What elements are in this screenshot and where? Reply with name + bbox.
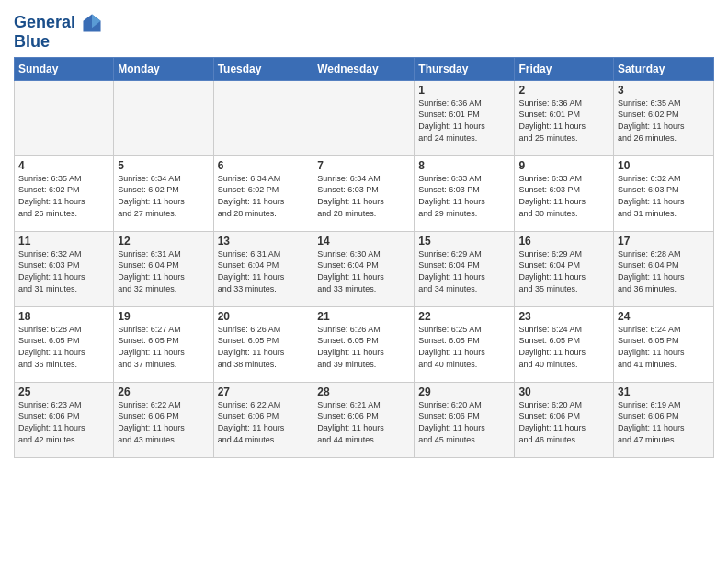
day-info: Sunrise: 6:31 AM Sunset: 6:04 PM Dayligh… (218, 248, 310, 294)
day-info: Sunrise: 6:30 AM Sunset: 6:04 PM Dayligh… (317, 248, 410, 294)
calendar-cell: 8Sunrise: 6:33 AM Sunset: 6:03 PM Daylig… (415, 155, 515, 231)
calendar-week-5: 25Sunrise: 6:23 AM Sunset: 6:06 PM Dayli… (15, 382, 714, 457)
day-number: 26 (118, 385, 209, 398)
calendar-cell: 2Sunrise: 6:36 AM Sunset: 6:01 PM Daylig… (515, 80, 614, 155)
day-info: Sunrise: 6:25 AM Sunset: 6:05 PM Dayligh… (418, 324, 510, 370)
calendar-week-4: 18Sunrise: 6:28 AM Sunset: 6:05 PM Dayli… (15, 306, 714, 382)
calendar-cell: 6Sunrise: 6:34 AM Sunset: 6:02 PM Daylig… (213, 155, 313, 231)
weekday-header-thursday: Thursday (415, 57, 515, 80)
day-info: Sunrise: 6:34 AM Sunset: 6:02 PM Dayligh… (118, 173, 209, 219)
day-number: 11 (18, 235, 109, 247)
day-number: 8 (418, 159, 510, 172)
day-number: 31 (618, 385, 710, 398)
calendar-cell: 11Sunrise: 6:32 AM Sunset: 6:03 PM Dayli… (15, 231, 114, 306)
weekday-header-monday: Monday (114, 57, 213, 80)
day-info: Sunrise: 6:20 AM Sunset: 6:06 PM Dayligh… (518, 399, 609, 445)
calendar-cell: 26Sunrise: 6:22 AM Sunset: 6:06 PM Dayli… (114, 382, 213, 457)
logo: General Blue (14, 13, 102, 52)
day-number: 28 (317, 385, 410, 398)
calendar-cell: 1Sunrise: 6:36 AM Sunset: 6:01 PM Daylig… (415, 80, 515, 155)
day-number: 9 (518, 159, 609, 172)
day-info: Sunrise: 6:35 AM Sunset: 6:02 PM Dayligh… (18, 173, 109, 219)
day-number: 18 (18, 310, 109, 323)
calendar-cell: 28Sunrise: 6:21 AM Sunset: 6:06 PM Dayli… (313, 382, 415, 457)
calendar-cell: 16Sunrise: 6:29 AM Sunset: 6:04 PM Dayli… (515, 231, 614, 306)
calendar-cell: 25Sunrise: 6:23 AM Sunset: 6:06 PM Dayli… (15, 382, 114, 457)
calendar-cell: 31Sunrise: 6:19 AM Sunset: 6:06 PM Dayli… (614, 382, 714, 457)
day-info: Sunrise: 6:26 AM Sunset: 6:05 PM Dayligh… (317, 324, 410, 370)
calendar-cell: 24Sunrise: 6:24 AM Sunset: 6:05 PM Dayli… (614, 306, 714, 382)
calendar-cell: 9Sunrise: 6:33 AM Sunset: 6:03 PM Daylig… (515, 155, 614, 231)
day-info: Sunrise: 6:35 AM Sunset: 6:02 PM Dayligh… (618, 98, 710, 144)
calendar-cell (313, 80, 415, 155)
calendar-cell: 23Sunrise: 6:24 AM Sunset: 6:05 PM Dayli… (515, 306, 614, 382)
day-number: 30 (518, 385, 609, 398)
calendar-cell: 15Sunrise: 6:29 AM Sunset: 6:04 PM Dayli… (415, 231, 515, 306)
weekday-header-wednesday: Wednesday (313, 57, 415, 80)
day-info: Sunrise: 6:33 AM Sunset: 6:03 PM Dayligh… (418, 173, 510, 219)
day-info: Sunrise: 6:34 AM Sunset: 6:03 PM Dayligh… (317, 173, 410, 219)
weekday-header-friday: Friday (515, 57, 614, 80)
day-info: Sunrise: 6:32 AM Sunset: 6:03 PM Dayligh… (618, 173, 710, 219)
day-info: Sunrise: 6:26 AM Sunset: 6:05 PM Dayligh… (218, 324, 310, 370)
day-number: 22 (418, 310, 510, 323)
calendar-cell: 18Sunrise: 6:28 AM Sunset: 6:05 PM Dayli… (15, 306, 114, 382)
day-info: Sunrise: 6:36 AM Sunset: 6:01 PM Dayligh… (418, 98, 510, 144)
day-number: 10 (618, 159, 710, 172)
day-number: 5 (118, 159, 209, 172)
day-info: Sunrise: 6:29 AM Sunset: 6:04 PM Dayligh… (518, 248, 609, 294)
day-info: Sunrise: 6:22 AM Sunset: 6:06 PM Dayligh… (218, 399, 310, 445)
day-info: Sunrise: 6:19 AM Sunset: 6:06 PM Dayligh… (618, 399, 710, 445)
day-number: 3 (618, 84, 710, 97)
weekday-header-sunday: Sunday (15, 57, 114, 80)
day-number: 24 (618, 310, 710, 323)
page-header: General Blue (14, 9, 714, 52)
day-number: 25 (18, 385, 109, 398)
day-info: Sunrise: 6:34 AM Sunset: 6:02 PM Dayligh… (218, 173, 310, 219)
day-number: 15 (418, 235, 510, 247)
day-number: 27 (218, 385, 310, 398)
day-number: 20 (218, 310, 310, 323)
day-number: 6 (218, 159, 310, 172)
calendar-cell: 4Sunrise: 6:35 AM Sunset: 6:02 PM Daylig… (15, 155, 114, 231)
calendar-week-2: 4Sunrise: 6:35 AM Sunset: 6:02 PM Daylig… (15, 155, 714, 231)
calendar-cell: 21Sunrise: 6:26 AM Sunset: 6:05 PM Dayli… (313, 306, 415, 382)
weekday-header-row: SundayMondayTuesdayWednesdayThursdayFrid… (15, 57, 714, 80)
day-number: 17 (618, 235, 710, 247)
calendar-cell: 27Sunrise: 6:22 AM Sunset: 6:06 PM Dayli… (213, 382, 313, 457)
day-number: 12 (118, 235, 209, 247)
day-info: Sunrise: 6:24 AM Sunset: 6:05 PM Dayligh… (518, 324, 609, 370)
day-info: Sunrise: 6:24 AM Sunset: 6:05 PM Dayligh… (618, 324, 710, 370)
day-info: Sunrise: 6:33 AM Sunset: 6:03 PM Dayligh… (518, 173, 609, 219)
day-number: 7 (317, 159, 410, 172)
calendar-cell: 3Sunrise: 6:35 AM Sunset: 6:02 PM Daylig… (614, 80, 714, 155)
day-info: Sunrise: 6:28 AM Sunset: 6:04 PM Dayligh… (618, 248, 710, 294)
day-info: Sunrise: 6:28 AM Sunset: 6:05 PM Dayligh… (18, 324, 109, 370)
weekday-header-tuesday: Tuesday (213, 57, 313, 80)
calendar-cell: 29Sunrise: 6:20 AM Sunset: 6:06 PM Dayli… (415, 382, 515, 457)
calendar-cell (114, 80, 213, 155)
calendar-cell: 22Sunrise: 6:25 AM Sunset: 6:05 PM Dayli… (415, 306, 515, 382)
day-info: Sunrise: 6:27 AM Sunset: 6:05 PM Dayligh… (118, 324, 209, 370)
calendar-cell: 10Sunrise: 6:32 AM Sunset: 6:03 PM Dayli… (614, 155, 714, 231)
calendar-cell: 7Sunrise: 6:34 AM Sunset: 6:03 PM Daylig… (313, 155, 415, 231)
day-number: 16 (518, 235, 609, 247)
calendar-cell: 30Sunrise: 6:20 AM Sunset: 6:06 PM Dayli… (515, 382, 614, 457)
day-info: Sunrise: 6:22 AM Sunset: 6:06 PM Dayligh… (118, 399, 209, 445)
day-info: Sunrise: 6:36 AM Sunset: 6:01 PM Dayligh… (518, 98, 609, 144)
day-info: Sunrise: 6:21 AM Sunset: 6:06 PM Dayligh… (317, 399, 410, 445)
calendar-week-1: 1Sunrise: 6:36 AM Sunset: 6:01 PM Daylig… (15, 80, 714, 155)
day-info: Sunrise: 6:20 AM Sunset: 6:06 PM Dayligh… (418, 399, 510, 445)
day-number: 19 (118, 310, 209, 323)
calendar-cell: 19Sunrise: 6:27 AM Sunset: 6:05 PM Dayli… (114, 306, 213, 382)
calendar-cell (213, 80, 313, 155)
day-number: 13 (218, 235, 310, 247)
day-info: Sunrise: 6:23 AM Sunset: 6:06 PM Dayligh… (18, 399, 109, 445)
day-number: 21 (317, 310, 410, 323)
calendar-cell: 13Sunrise: 6:31 AM Sunset: 6:04 PM Dayli… (213, 231, 313, 306)
calendar-cell: 14Sunrise: 6:30 AM Sunset: 6:04 PM Dayli… (313, 231, 415, 306)
calendar-cell: 5Sunrise: 6:34 AM Sunset: 6:02 PM Daylig… (114, 155, 213, 231)
day-info: Sunrise: 6:29 AM Sunset: 6:04 PM Dayligh… (418, 248, 510, 294)
calendar-cell (15, 80, 114, 155)
calendar-cell: 20Sunrise: 6:26 AM Sunset: 6:05 PM Dayli… (213, 306, 313, 382)
